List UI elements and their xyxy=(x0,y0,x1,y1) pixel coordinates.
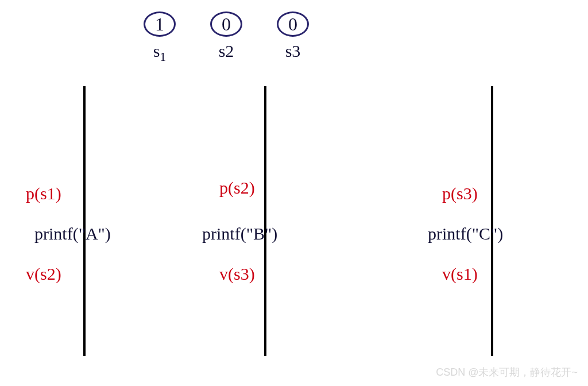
semaphore-value: 0 xyxy=(288,14,297,35)
semaphore-label: s3 xyxy=(285,41,301,61)
process-line-3 xyxy=(491,86,493,356)
semaphore-s2: 0 s2 xyxy=(210,11,242,64)
semaphore-row: 1 s1 0 s2 0 s3 xyxy=(144,11,309,64)
semaphore-circle: 1 xyxy=(144,11,176,37)
semaphore-value: 0 xyxy=(222,14,231,35)
printf-1: printf("A") xyxy=(34,224,111,244)
semaphore-value: 1 xyxy=(155,14,164,35)
p-operation-3: p(s3) xyxy=(442,184,478,203)
v-operation-1: v(s2) xyxy=(26,264,61,284)
semaphore-label: s2 xyxy=(219,41,234,61)
watermark: CSDN @未来可期，静待花开~ xyxy=(436,365,578,379)
v-operation-2: v(s3) xyxy=(219,264,255,284)
process-line-1 xyxy=(83,86,86,356)
printf-2: printf("B") xyxy=(202,224,277,244)
semaphore-label: s1 xyxy=(153,41,167,64)
semaphore-s1: 1 s1 xyxy=(144,11,176,64)
printf-3: printf("C") xyxy=(428,224,503,244)
v-operation-3: v(s1) xyxy=(442,264,478,284)
semaphore-s3: 0 s3 xyxy=(277,11,309,64)
p-operation-1: p(s1) xyxy=(26,184,61,203)
process-line-2 xyxy=(264,86,266,356)
semaphore-circle: 0 xyxy=(210,11,242,37)
semaphore-circle: 0 xyxy=(277,11,309,37)
p-operation-2: p(s2) xyxy=(219,178,255,198)
